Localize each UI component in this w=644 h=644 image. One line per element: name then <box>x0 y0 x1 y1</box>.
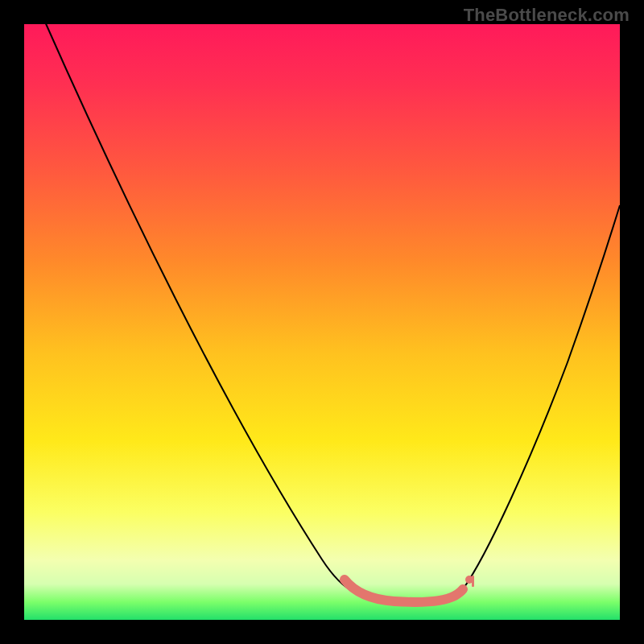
watermark-text: TheBottleneck.com <box>464 5 630 26</box>
gradient-plot-area <box>24 24 620 620</box>
highlight-end-tick <box>472 576 474 587</box>
curve-right-branch <box>463 205 620 589</box>
curve-layer <box>24 24 620 620</box>
curve-left-branch <box>44 20 354 592</box>
curve-trough-highlight <box>345 580 463 602</box>
outer-frame: TheBottleneck.com <box>0 0 644 644</box>
